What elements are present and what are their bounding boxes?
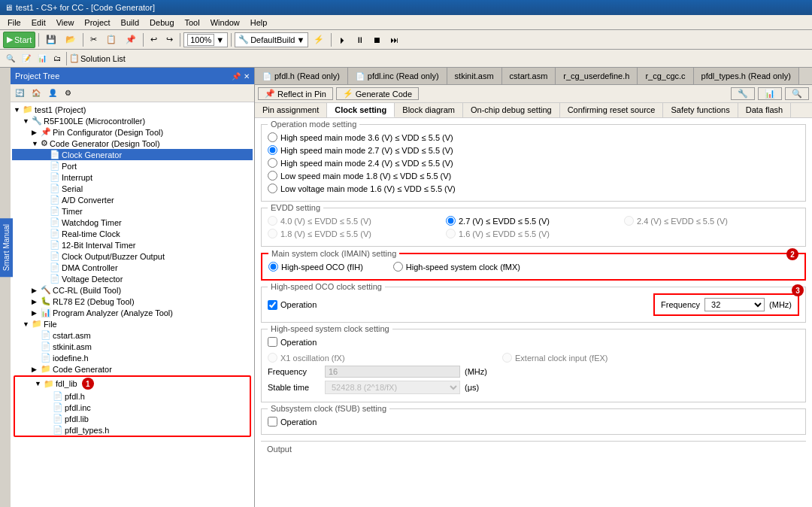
redo-button[interactable]: ↪	[162, 32, 177, 48]
op-mode-radio-4[interactable]	[268, 171, 277, 181]
evdd-opt-4[interactable]: 1.6 (V) ≤ EVDD ≤ 5.5 (V)	[446, 227, 621, 240]
menu-file[interactable]: File	[3, 17, 26, 28]
main-clock-oco[interactable]: High-speed OCO (fIH)	[268, 260, 363, 273]
zoom-control[interactable]: ▼	[183, 32, 228, 47]
tree-item-timer[interactable]: 📄 Timer	[12, 205, 253, 217]
zoom-input[interactable]	[187, 34, 214, 46]
tree-item-watchdog[interactable]: 📄 Watchdog Timer	[12, 217, 253, 228]
save-button[interactable]: 💾	[42, 32, 60, 48]
menu-build[interactable]: Build	[117, 17, 144, 28]
evdd-opt-3[interactable]: 2.7 (V) ≤ EVDD ≤ 5.5 (V)	[446, 214, 621, 227]
tab-stkinit[interactable]: stkinit.asm	[447, 68, 502, 84]
toggle-codegen-folder[interactable]: ▶	[32, 366, 41, 373]
frequency-select[interactable]: 32 16 8 4 2 1	[704, 298, 765, 311]
sub-operation-checkbox[interactable]	[268, 417, 277, 427]
tree-item-pfdl-inc[interactable]: 📄 pfdl.inc	[15, 402, 250, 413]
tree-item-debug[interactable]: ▶ 🐛 RL78 E2 (Debug Tool)	[12, 296, 253, 307]
op-mode-option-3[interactable]: High speed main mode 2.4 (V) ≤ VDD ≤ 5.5…	[268, 156, 799, 169]
hss-ext-radio[interactable]	[502, 353, 512, 363]
toggle-project[interactable]: ▼	[14, 106, 23, 114]
evdd-opt-2[interactable]: 1.8 (V) ≤ EVDD ≤ 5.5 (V)	[268, 227, 443, 240]
op-mode-radio-2[interactable]	[268, 145, 277, 155]
op-mode-option-5[interactable]: Low voltage main mode 1.6 (V) ≤ VDD ≤ 5.…	[268, 182, 799, 195]
menu-debug[interactable]: Debug	[145, 17, 178, 28]
tree-item-analyzer[interactable]: ▶ 📊 Program Analyzer (Analyze Tool)	[12, 307, 253, 318]
tab-pfdl-types[interactable]: pfdl_types.h (Read only)	[694, 68, 799, 84]
tree-item-mcu[interactable]: ▼ 🔧 R5F100LE (Microcontroller)	[12, 115, 253, 126]
tree-item-interrupt[interactable]: 📄 Interrupt	[12, 172, 253, 183]
tab-userdefine[interactable]: r_cg_userdefine.h	[556, 68, 638, 84]
tree-item-code-gen[interactable]: ▼ ⚙ Code Generator (Design Tool)	[12, 138, 253, 149]
tree-item-stkinit[interactable]: 📄 stkinit.asm	[12, 341, 253, 352]
oco-operation-cb[interactable]: Operation	[268, 299, 317, 311]
toggle-mcu[interactable]: ▼	[23, 117, 32, 125]
tab-clock-setting[interactable]: Clock setting	[327, 103, 395, 117]
tree-item-adc[interactable]: 📄 A/D Converter	[12, 194, 253, 205]
menu-view[interactable]: View	[52, 17, 79, 28]
hss-x1-option[interactable]: X1 oscillation (fX)	[268, 351, 487, 364]
sub-operation-cb[interactable]: Operation	[268, 415, 799, 428]
cut-button[interactable]: ✂	[86, 32, 101, 48]
tb2-btn2[interactable]: 📝	[19, 51, 34, 66]
toggle-pin[interactable]: ▶	[32, 129, 41, 136]
op-mode-radio-3[interactable]	[268, 158, 277, 168]
op-mode-option-4[interactable]: Low speed main mode 1.8 (V) ≤ VDD ≤ 5.5 …	[268, 169, 799, 182]
tb2-btn1[interactable]: 🔍	[3, 51, 18, 66]
debug-btn1[interactable]: ⏵	[335, 32, 350, 48]
tab-block-diagram[interactable]: Block diagram	[395, 103, 463, 117]
tree-item-rtc[interactable]: 📄 Real-time Clock	[12, 228, 253, 239]
tab-cstart[interactable]: cstart.asm	[502, 68, 556, 84]
oco-operation-checkbox[interactable]	[268, 300, 277, 310]
evdd-opt-5[interactable]: 2.4 (V) ≤ EVDD ≤ 5.5 (V)	[624, 214, 799, 227]
tree-item-iodefine[interactable]: 📄 iodefine.h	[12, 352, 253, 363]
tree-item-codegen-folder[interactable]: ▶ 📁 Code Generator	[12, 363, 253, 375]
build-run-button[interactable]: ⚡	[310, 32, 328, 48]
tree-item-ccrl[interactable]: ▶ 🔨 CC-RL (Build Tool)	[12, 284, 253, 296]
tree-item-pin-config[interactable]: ▶ 📌 Pin Configurator (Design Tool)	[12, 126, 253, 138]
tab-pfdl-h[interactable]: 📄 pfdl.h (Read only)	[255, 68, 348, 84]
toggle-debug[interactable]: ▶	[32, 298, 41, 305]
hss-operation-checkbox[interactable]	[268, 337, 277, 347]
tree-item-voltage[interactable]: 📄 Voltage Detector	[12, 273, 253, 284]
tab-data-flash[interactable]: Data flash	[738, 103, 792, 117]
close-sidebar-button[interactable]: ✕	[244, 72, 250, 80]
op-mode-radio-5[interactable]	[268, 184, 277, 193]
pin-button[interactable]: 📌	[232, 72, 241, 80]
tab-confirming-reset[interactable]: Confirming reset source	[560, 103, 664, 117]
tree-item-port[interactable]: 📄 Port	[12, 160, 253, 172]
tree-refresh-btn[interactable]: 🔄	[12, 87, 27, 99]
tree-item-serial[interactable]: 📄 Serial	[12, 183, 253, 194]
tree-setting-btn[interactable]: ⚙	[62, 87, 74, 99]
toggle-fdl-lib[interactable]: ▼	[35, 380, 44, 387]
toolbar-icon-2[interactable]: 📊	[758, 87, 782, 100]
toolbar-icon-3[interactable]: 🔍	[785, 87, 809, 100]
hss-operation-cb[interactable]: Operation	[268, 335, 799, 348]
tree-item-project[interactable]: ▼ 📁 test1 (Project)	[12, 104, 253, 115]
op-mode-option-1[interactable]: High speed main mode 3.6 (V) ≤ VDD ≤ 5.5…	[268, 131, 799, 144]
tree-item-clock-gen[interactable]: 📄 Clock Generator	[12, 149, 253, 160]
hss-x1-radio[interactable]	[268, 353, 277, 363]
toolbar-icon-1[interactable]: 🔧	[731, 87, 755, 100]
tab-cgc[interactable]: r_cg_cgc.c	[638, 68, 693, 84]
debug-btn3[interactable]: ⏹	[369, 32, 385, 48]
tree-item-clock-out[interactable]: 📄 Clock Output/Buzzer Output	[12, 250, 253, 262]
tree-item-cstart[interactable]: 📄 cstart.asm	[12, 329, 253, 341]
evdd-radio-1[interactable]	[268, 216, 277, 226]
build-config-dropdown[interactable]: 🔧 DefaultBuild ▼	[235, 32, 308, 47]
menu-edit[interactable]: Edit	[27, 17, 50, 28]
tree-item-file[interactable]: ▼ 📁 File	[12, 318, 253, 329]
tab-on-chip-debug[interactable]: On-chip debug setting	[463, 103, 560, 117]
tree-item-interval[interactable]: 📄 12-Bit Interval Timer	[12, 239, 253, 250]
undo-button[interactable]: ↩	[147, 32, 161, 48]
tab-safety[interactable]: Safety functions	[663, 103, 738, 117]
copy-button[interactable]: 📋	[102, 32, 120, 48]
evdd-opt-1[interactable]: 4.0 (V) ≤ EVDD ≤ 5.5 (V)	[268, 214, 443, 227]
tree-item-pfdl-types[interactable]: 📄 pfdl_types.h	[15, 424, 250, 436]
menu-project[interactable]: Project	[80, 17, 114, 28]
tb2-btn4[interactable]: 🗂	[50, 51, 64, 66]
debug-btn4[interactable]: ⏭	[386, 32, 402, 48]
tab-pin-assignment[interactable]: Pin assignment	[255, 103, 327, 117]
tree-item-fdl-lib[interactable]: ▼ 📁 fdl_lib 1	[15, 377, 250, 390]
evdd-radio-3[interactable]	[446, 216, 456, 226]
smart-manual-tab[interactable]: Smart Manual	[0, 218, 13, 277]
